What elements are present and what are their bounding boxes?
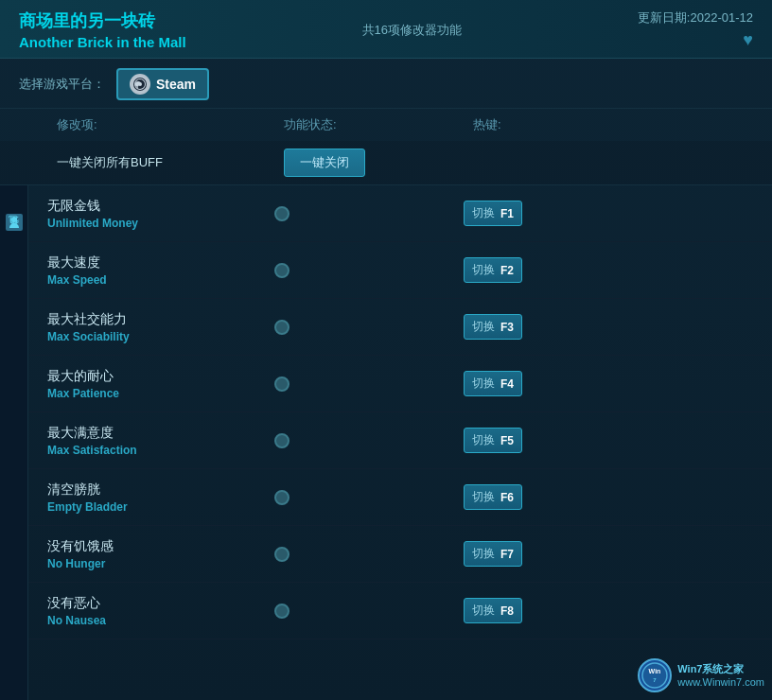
- oneclick-label: 一键关闭所有BUFF: [57, 154, 284, 171]
- header: 商场里的另一块砖 Another Brick in the Mall 共16项修…: [0, 0, 772, 59]
- favorite-icon[interactable]: ♥: [743, 30, 753, 50]
- title-cn: 商场里的另一块砖: [19, 9, 186, 32]
- switch-label-7: 切换: [472, 603, 495, 619]
- item-status-col: [274, 433, 464, 448]
- hotkey-key-3: F4: [500, 377, 514, 391]
- hotkey-button-0[interactable]: 切换 F1: [464, 201, 522, 226]
- svg-text:Win: Win: [649, 668, 661, 674]
- item-name-col: 无限金钱 Unlimited Money: [47, 198, 274, 230]
- oneclick-button[interactable]: 一键关闭: [284, 149, 365, 177]
- item-name-cn: 没有恶心: [47, 595, 274, 612]
- table-row: 最大满意度 Max Satisfaction 切换 F5: [28, 412, 772, 469]
- item-status-col: [274, 263, 464, 278]
- item-hotkey-col: 切换 F3: [464, 314, 522, 340]
- item-hotkey-col: 切换 F6: [464, 484, 522, 510]
- toggle-2[interactable]: [274, 320, 290, 335]
- hotkey-button-1[interactable]: 切换 F2: [464, 257, 522, 283]
- toggle-1[interactable]: [274, 263, 290, 278]
- hotkey-button-2[interactable]: 切换 F3: [464, 314, 522, 340]
- steam-icon: [130, 74, 150, 95]
- svg-point-1: [138, 82, 142, 86]
- table-row: 没有恶心 No Nausea 切换 F8: [28, 583, 772, 639]
- item-status-col: [274, 206, 464, 221]
- oneclick-section: 一键关闭所有BUFF 一键关闭: [0, 141, 772, 185]
- title-en: Another Brick in the Mall: [19, 34, 186, 50]
- item-hotkey-col: 切换 F4: [464, 371, 522, 396]
- hotkey-button-7[interactable]: 切换 F8: [464, 598, 522, 623]
- steam-label: Steam: [156, 77, 196, 92]
- hotkey-key-6: F7: [500, 548, 514, 561]
- watermark: Win 7 Win7系统之家 www.Winwin7.com: [638, 658, 764, 692]
- col-status: 功能状态:: [284, 116, 473, 133]
- item-hotkey-col: 切换 F1: [464, 201, 522, 226]
- update-label: 更新日期:2022-01-12: [638, 9, 753, 26]
- item-name-cn: 最大的耐心: [47, 368, 274, 385]
- sidebar-character[interactable]: 角色: [6, 214, 23, 235]
- item-status-col: [274, 320, 464, 335]
- switch-label-1: 切换: [472, 262, 495, 278]
- item-name-en: Empty Bladder: [47, 500, 274, 514]
- switch-label-5: 切换: [472, 489, 495, 505]
- item-name-en: Unlimited Money: [47, 217, 274, 230]
- item-name-en: No Hunger: [47, 557, 274, 570]
- switch-label-0: 切换: [472, 205, 495, 221]
- hotkey-key-4: F5: [500, 434, 514, 447]
- item-name-col: 最大速度 Max Speed: [47, 254, 274, 287]
- toggle-4[interactable]: [274, 433, 290, 448]
- item-name-en: Max Patience: [47, 387, 274, 400]
- col-mod: 修改项:: [57, 116, 284, 133]
- switch-label-4: 切换: [472, 432, 495, 448]
- table-row: 最大的耐心 Max Patience 切换 F4: [28, 356, 772, 412]
- toggle-7[interactable]: [274, 604, 290, 619]
- toggle-5[interactable]: [274, 490, 290, 505]
- hotkey-button-6[interactable]: 切换 F7: [464, 541, 522, 567]
- hotkey-button-5[interactable]: 切换 F6: [464, 484, 522, 510]
- item-status-col: [274, 604, 464, 619]
- item-hotkey-col: 切换 F2: [464, 257, 522, 283]
- item-name-cn: 无限金钱: [47, 198, 274, 215]
- platform-label: 选择游戏平台：: [19, 76, 105, 93]
- item-status-col: [274, 490, 464, 505]
- toggle-3[interactable]: [274, 376, 290, 392]
- item-name-en: No Nausea: [47, 614, 274, 627]
- item-name-en: Max Satisfaction: [47, 444, 274, 457]
- table-row: 无限金钱 Unlimited Money 切换 F1: [28, 185, 772, 242]
- wm-line2: www.Winwin7.com: [677, 675, 764, 689]
- wm-line1: Win7系统之家: [677, 662, 764, 675]
- col-hotkey: 热键:: [473, 116, 501, 133]
- steam-button[interactable]: Steam: [116, 68, 209, 100]
- table-row: 清空膀胱 Empty Bladder 切换 F6: [28, 469, 772, 526]
- header-right: 更新日期:2022-01-12 ♥: [638, 9, 753, 50]
- item-name-cn: 最大满意度: [47, 425, 274, 442]
- item-status-col: [274, 547, 464, 562]
- item-name-en: Max Speed: [47, 273, 274, 287]
- item-name-col: 最大社交能力 Max Sociability: [47, 311, 274, 343]
- toggle-6[interactable]: [274, 547, 290, 562]
- hotkey-key-2: F3: [500, 321, 514, 334]
- switch-label-2: 切换: [472, 319, 495, 335]
- toggle-0[interactable]: [274, 206, 290, 221]
- platform-section: 选择游戏平台： Steam: [0, 59, 772, 109]
- item-name-col: 清空膀胱 Empty Bladder: [47, 481, 274, 514]
- item-name-col: 没有恶心 No Nausea: [47, 595, 274, 627]
- item-name-cn: 清空膀胱: [47, 481, 274, 499]
- app-container: 商场里的另一块砖 Another Brick in the Mall 共16项修…: [0, 0, 772, 700]
- table-row: 没有饥饿感 No Hunger 切换 F7: [28, 526, 772, 583]
- item-hotkey-col: 切换 F8: [464, 598, 522, 623]
- character-avatar: [6, 214, 23, 231]
- sidebar: 角色: [0, 185, 28, 700]
- hotkey-button-4[interactable]: 切换 F5: [464, 428, 522, 453]
- hotkey-key-7: F8: [500, 604, 514, 618]
- item-name-col: 最大满意度 Max Satisfaction: [47, 425, 274, 457]
- item-name-col: 最大的耐心 Max Patience: [47, 368, 274, 400]
- svg-point-2: [11, 217, 17, 222]
- table-row: 最大速度 Max Speed 切换 F2: [28, 242, 772, 299]
- item-status-col: [274, 376, 464, 392]
- table-row: 最大社交能力 Max Sociability 切换 F3: [28, 299, 772, 356]
- sidebar-label: 角色: [7, 233, 21, 235]
- hotkey-button-3[interactable]: 切换 F4: [464, 371, 522, 396]
- item-name-cn: 最大速度: [47, 254, 274, 271]
- hotkey-key-5: F6: [500, 491, 514, 504]
- header-center: 共16项修改器功能: [362, 22, 462, 39]
- item-hotkey-col: 切换 F5: [464, 428, 522, 453]
